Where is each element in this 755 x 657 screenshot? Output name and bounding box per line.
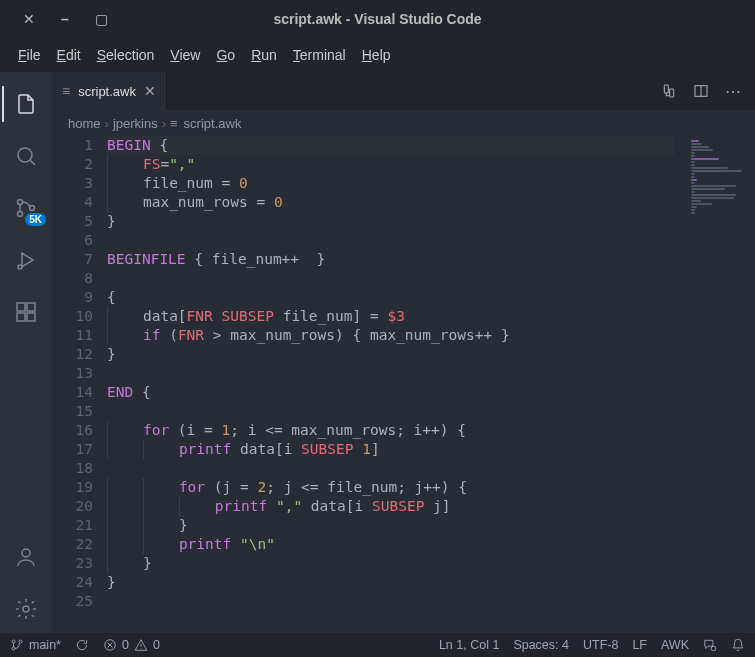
- file-icon: ≡: [170, 116, 178, 131]
- svg-point-1: [18, 200, 23, 205]
- svg-rect-5: [17, 303, 25, 311]
- titlebar: ✕ – ▢ script.awk - Visual Studio Code: [0, 0, 755, 38]
- tab-script-awk[interactable]: ≡ script.awk ✕: [52, 72, 167, 110]
- status-cursor-position[interactable]: Ln 1, Col 1: [439, 638, 499, 652]
- svg-point-16: [19, 640, 22, 643]
- settings-icon[interactable]: [2, 585, 50, 633]
- chevron-right-icon: ›: [105, 116, 109, 131]
- tab-filename: script.awk: [78, 84, 136, 99]
- status-eol[interactable]: LF: [632, 638, 647, 652]
- menubar: FileEditSelectionViewGoRunTerminalHelp: [0, 38, 755, 72]
- breadcrumb-segment[interactable]: jperkins: [113, 116, 158, 131]
- svg-rect-7: [27, 313, 35, 321]
- minimize-icon[interactable]: –: [58, 11, 72, 27]
- svg-rect-8: [27, 303, 35, 311]
- status-bell-icon[interactable]: [731, 638, 745, 652]
- status-sync[interactable]: [75, 638, 89, 652]
- menu-run[interactable]: Run: [243, 43, 285, 67]
- accounts-icon[interactable]: [2, 533, 50, 581]
- svg-point-9: [22, 549, 30, 557]
- compare-icon[interactable]: [661, 83, 677, 99]
- breadcrumb-segment[interactable]: script.awk: [184, 116, 242, 131]
- svg-point-14: [12, 640, 15, 643]
- explorer-icon[interactable]: [2, 80, 50, 128]
- more-actions-icon[interactable]: ⋯: [725, 82, 741, 101]
- extensions-icon[interactable]: [2, 288, 50, 336]
- svg-rect-12: [670, 89, 674, 97]
- svg-point-18: [711, 646, 716, 651]
- menu-terminal[interactable]: Terminal: [285, 43, 354, 67]
- svg-point-15: [12, 647, 15, 650]
- file-icon: ≡: [62, 83, 70, 99]
- svg-rect-11: [664, 85, 668, 93]
- source-control-badge: 5K: [25, 213, 46, 226]
- svg-point-0: [18, 148, 32, 162]
- window-title: script.awk - Visual Studio Code: [0, 11, 755, 27]
- status-language[interactable]: AWK: [661, 638, 689, 652]
- menu-edit[interactable]: Edit: [49, 43, 89, 67]
- run-debug-icon[interactable]: [2, 236, 50, 284]
- tab-bar: ≡ script.awk ✕ ⋯: [52, 72, 755, 110]
- svg-point-10: [23, 606, 29, 612]
- split-editor-icon[interactable]: [693, 83, 709, 99]
- source-control-icon[interactable]: 5K: [2, 184, 50, 232]
- menu-help[interactable]: Help: [354, 43, 399, 67]
- status-encoding[interactable]: UTF-8: [583, 638, 618, 652]
- menu-file[interactable]: File: [10, 43, 49, 67]
- code-content[interactable]: BEGIN { FS="," file_num = 0 max_num_rows…: [107, 136, 755, 633]
- activity-bar: 5K: [0, 72, 52, 633]
- breadcrumbs[interactable]: home › jperkins › ≡ script.awk: [52, 110, 755, 136]
- status-indentation[interactable]: Spaces: 4: [513, 638, 569, 652]
- svg-point-2: [18, 212, 23, 217]
- chevron-right-icon: ›: [162, 116, 166, 131]
- status-problems[interactable]: 0 0: [103, 638, 160, 652]
- close-tab-icon[interactable]: ✕: [144, 83, 156, 99]
- menu-selection[interactable]: Selection: [89, 43, 163, 67]
- status-bar: main* 0 0 Ln 1, Col 1 Spaces: 4 UTF-8 LF…: [0, 633, 755, 657]
- maximize-icon[interactable]: ▢: [94, 11, 108, 27]
- menu-go[interactable]: Go: [208, 43, 243, 67]
- close-icon[interactable]: ✕: [22, 11, 36, 27]
- search-icon[interactable]: [2, 132, 50, 180]
- line-number-gutter: 1234567891011121314151617181920212223242…: [52, 136, 107, 633]
- breadcrumb-segment[interactable]: home: [68, 116, 101, 131]
- svg-rect-6: [17, 313, 25, 321]
- status-branch[interactable]: main*: [10, 638, 61, 652]
- svg-point-4: [18, 265, 22, 269]
- code-editor[interactable]: 1234567891011121314151617181920212223242…: [52, 136, 755, 633]
- status-feedback-icon[interactable]: [703, 638, 717, 652]
- menu-view[interactable]: View: [162, 43, 208, 67]
